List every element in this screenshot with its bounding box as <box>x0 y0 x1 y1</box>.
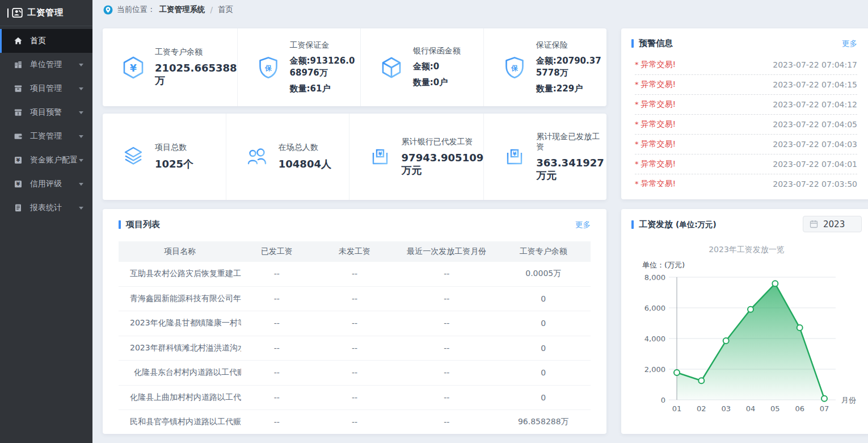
cell-paid: -- <box>241 319 312 328</box>
alerts-more-link[interactable]: 更多 <box>842 39 857 49</box>
sidebar-item-project-mgmt[interactable]: 项目管理 <box>0 77 92 101</box>
alert-item[interactable]: *异常交易! 2023-07-22 07:04:15 <box>635 75 857 95</box>
svg-text:6,000: 6,000 <box>644 304 665 312</box>
cell-month: -- <box>397 269 496 278</box>
sidebar-item-label: 资金账户配置 <box>30 155 78 165</box>
people-group-icon <box>245 145 269 169</box>
sidebar-item-funds-account[interactable]: ¥ 资金账户配置 <box>0 148 92 172</box>
alert-text: *异常交易! <box>635 80 676 90</box>
alerts-header: 预警信息 更多 <box>631 38 857 49</box>
col-header-balance: 工资专户余额 <box>496 246 591 257</box>
stat-value: 363.341927万元 <box>536 157 606 182</box>
breadcrumb-root[interactable]: 工资管理系统 <box>159 5 205 15</box>
alert-item[interactable]: *异常交易! 2023-07-22 07:03:50 <box>635 174 857 187</box>
sidebar-item-salary-mgmt[interactable]: 工资管理 <box>0 124 92 148</box>
banknote-box-icon: ¥ <box>503 145 526 169</box>
archive-warning-icon <box>14 108 23 117</box>
cell-unpaid: -- <box>312 393 397 402</box>
sidebar-item-label: 报表统计 <box>30 203 62 213</box>
alert-bullet: * <box>635 160 639 168</box>
col-header-name: 项目名称 <box>119 246 241 257</box>
chevron-down-icon <box>79 64 83 66</box>
wallet-icon <box>14 132 23 141</box>
project-table-header: 项目名称 已发工资 未发工资 最近一次发放工资月份 工资专户余额 <box>119 241 591 262</box>
cell-unpaid: -- <box>312 294 397 303</box>
alert-bullet: * <box>635 120 639 128</box>
logo-divider <box>7 9 9 18</box>
banknote-box-icon: ¥ <box>368 145 392 169</box>
chart-area: 02,0004,0006,0008,00001020304050607月份 <box>641 271 862 416</box>
table-row[interactable]: 民和县官亭镇村内道路以工代赈工程 -- -- -- 96.858288万 <box>119 410 591 425</box>
alert-item[interactable]: *异常交易! 2023-07-22 07:04:17 <box>635 55 857 75</box>
home-icon <box>14 36 23 45</box>
cell-paid: -- <box>241 393 312 402</box>
table-row[interactable]: 化隆县上曲加村村内道路以工代赈项目 -- -- -- 0 <box>119 386 591 411</box>
cube-icon <box>380 56 403 80</box>
location-pin-icon <box>103 5 113 15</box>
alert-bullet: * <box>635 60 639 69</box>
cell-project-name: 化隆县东台村村内道路以工代赈项目 <box>119 367 241 378</box>
app-logo-icon <box>12 7 23 18</box>
stat-title: 累计现金已发放工资 <box>536 132 606 152</box>
right-column: 预警信息 更多 *异常交易! 2023-07-22 07:04:17 *异常交易… <box>621 28 868 434</box>
alert-item[interactable]: *异常交易! 2023-07-22 07:04:01 <box>635 154 857 174</box>
table-row[interactable]: 2023年化隆县甘都镇隆康一村等6村... -- -- -- 0 <box>119 311 591 336</box>
alerts-card: 预警信息 更多 *异常交易! 2023-07-22 07:04:17 *异常交易… <box>621 28 868 199</box>
sidebar-item-label: 单位管理 <box>30 60 62 70</box>
col-header-paid: 已发工资 <box>241 246 312 257</box>
svg-text:¥: ¥ <box>513 151 517 157</box>
stat-value: 97943.905109万元 <box>402 152 484 177</box>
stat-amount: 金额:913126.068976万 <box>290 55 360 79</box>
alert-bullet: * <box>635 140 639 148</box>
alert-item[interactable]: *异常交易! 2023-07-22 07:04:12 <box>635 95 857 115</box>
shield-bao-icon: 保 <box>256 56 280 80</box>
payroll-chart-svg: 02,0004,0006,0008,00001020304050607月份 <box>641 271 862 415</box>
chevron-down-icon <box>79 135 83 138</box>
svg-text:04: 04 <box>746 404 756 413</box>
table-row[interactable]: 2023年群科镇滩北村溢洪道沟水毁... -- -- -- 0 <box>119 336 591 361</box>
alert-time: 2023-07-22 07:04:03 <box>773 140 857 149</box>
sidebar-item-unit-mgmt[interactable]: 单位管理 <box>0 53 92 77</box>
cell-project-name: 化隆县上曲加村村内道路以工代赈项目 <box>119 392 241 403</box>
sidebar-menu: 首页 单位管理 项目管理 项目预警 工资管理 ¥ 资金账户配置 ¥ <box>0 26 92 220</box>
alert-bullet: * <box>635 100 639 108</box>
stat-card-project-total: 项目总数 1025个 <box>103 114 226 200</box>
cell-month: -- <box>397 417 496 425</box>
sidebar-item-credit-rating[interactable]: ¥ 信用评级 <box>0 172 92 196</box>
sidebar-item-label: 首页 <box>30 36 46 46</box>
svg-text:¥: ¥ <box>378 151 382 157</box>
stat-card-onsite-people: 在场总人数 104804人 <box>226 114 349 200</box>
sidebar-item-project-warning[interactable]: 项目预警 <box>0 101 92 124</box>
app-title: 工资管理 <box>27 7 64 18</box>
svg-text:保: 保 <box>511 64 519 72</box>
sidebar-item-label: 项目管理 <box>30 83 62 94</box>
svg-text:2,000: 2,000 <box>644 365 665 374</box>
table-row[interactable]: 互助县农村公路灾后恢复重建工程-2... -- -- -- 0.0005万 <box>119 262 591 287</box>
sidebar-item-home[interactable]: 首页 <box>0 29 92 53</box>
cell-unpaid: -- <box>312 344 397 353</box>
sidebar: 工资管理 首页 单位管理 项目管理 项目预警 工资管理 ¥ 资金账户 <box>0 0 92 443</box>
stat-title: 累计银行已代发工资 <box>402 137 484 147</box>
alert-time: 2023-07-22 07:04:15 <box>773 80 857 89</box>
cell-unpaid: -- <box>312 269 397 278</box>
stat-card-bank-guarantee: 银行保函金额 金额:0 数量:0户 <box>360 28 483 106</box>
alert-text: *异常交易! <box>635 60 676 70</box>
yuan-box-icon: ¥ <box>14 179 23 189</box>
cell-unpaid: -- <box>312 417 397 425</box>
cell-paid: -- <box>241 368 312 377</box>
alerts-title: 预警信息 <box>631 38 673 49</box>
year-picker[interactable]: 2023 <box>803 216 862 232</box>
sidebar-item-report-stats[interactable]: 报表统计 <box>0 196 92 220</box>
svg-text:¥: ¥ <box>16 181 20 187</box>
project-list-more-link[interactable]: 更多 <box>575 220 591 230</box>
stats-row-2: 项目总数 1025个 在场总人数 104804人 <box>103 114 606 200</box>
cell-project-name: 2023年化隆县甘都镇隆康一村等6村... <box>119 318 241 328</box>
svg-text:¥: ¥ <box>130 62 137 73</box>
alert-item[interactable]: *异常交易! 2023-07-22 07:04:05 <box>635 115 857 135</box>
table-row[interactable]: 化隆县东台村村内道路以工代赈项目 -- -- -- 0 <box>119 361 591 386</box>
alert-item[interactable]: *异常交易! 2023-07-22 07:04:03 <box>635 135 857 154</box>
svg-text:¥: ¥ <box>16 157 20 163</box>
alert-text: *异常交易! <box>635 159 676 169</box>
table-row[interactable]: 青海鑫园新能源科技有限公司年产3... -- -- -- 0 <box>119 287 591 312</box>
alert-time: 2023-07-22 07:04:17 <box>773 60 857 69</box>
